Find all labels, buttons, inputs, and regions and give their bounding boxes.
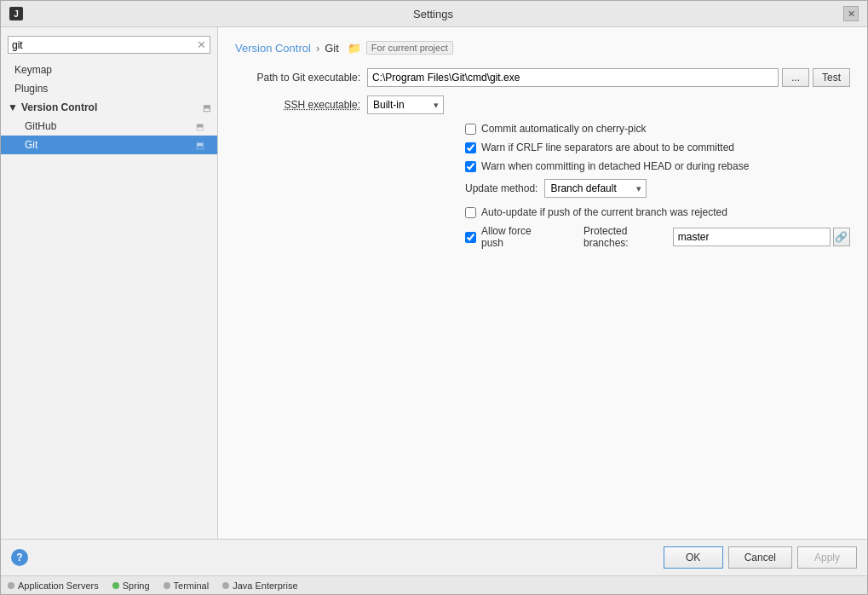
breadcrumb-git: Git <box>325 42 339 55</box>
app-servers-dot <box>8 582 14 589</box>
ok-button[interactable]: OK <box>664 546 723 569</box>
taskbar-app-servers[interactable]: Application Servers <box>8 581 99 591</box>
force-push-checkbox[interactable] <box>465 232 476 243</box>
force-push-label[interactable]: Allow force push <box>481 225 549 249</box>
ssh-select[interactable]: Built-in Native <box>367 95 444 114</box>
bottom-right: OK Cancel Apply <box>664 546 857 569</box>
java-enterprise-dot <box>222 582 229 589</box>
breadcrumb: Version Control › Git 📁 For current proj… <box>235 41 850 55</box>
protected-branches-btn[interactable]: 🔗 <box>833 228 850 246</box>
sidebar-item-github[interactable]: GitHub ⬒ <box>1 117 217 136</box>
breadcrumb-version-control[interactable]: Version Control <box>235 42 311 55</box>
detached-checkbox[interactable] <box>465 161 476 172</box>
update-method-select-wrapper[interactable]: Branch default Merge Rebase <box>544 179 647 198</box>
crlf-checkbox[interactable] <box>465 142 476 153</box>
path-row: Path to Git executable: ... Test <box>235 68 850 87</box>
path-input[interactable] <box>367 68 779 87</box>
content-area: ✕ Keymap Plugins ▼ Version Control ⬒ Git… <box>1 27 867 539</box>
settings-dialog: J Settings ✕ ✕ Keymap Plugins ▼ Version … <box>0 0 868 595</box>
sidebar-group-version-control[interactable]: ▼ Version Control ⬒ <box>1 98 217 117</box>
project-tag-icon: 📁 <box>348 42 361 55</box>
taskbar-java-enterprise[interactable]: Java Enterprise <box>222 581 297 591</box>
cherry-pick-label[interactable]: Commit automatically on cherry-pick <box>481 123 646 135</box>
ssh-select-wrapper[interactable]: Built-in Native <box>367 95 444 114</box>
sidebar-item-keymap[interactable]: Keymap <box>1 61 217 79</box>
terminal-dot <box>164 582 170 589</box>
copy-icon-github: ⬒ <box>196 122 204 131</box>
path-label: Path to Git executable: <box>235 72 367 84</box>
crlf-label[interactable]: Warn if CRLF line separators are about t… <box>481 142 734 153</box>
app-icon: J <box>9 7 23 20</box>
taskbar: Application Servers Spring Terminal Java… <box>1 575 867 594</box>
taskbar-spring[interactable]: Spring <box>112 581 150 591</box>
taskbar-terminal[interactable]: Terminal <box>164 581 210 591</box>
sidebar: ✕ Keymap Plugins ▼ Version Control ⬒ Git… <box>1 27 218 539</box>
apply-button[interactable]: Apply <box>797 546 857 569</box>
bottom-left: ? <box>11 549 28 566</box>
force-push-row: Allow force push Protected branches: 🔗 <box>235 225 850 249</box>
title-bar-left: J <box>9 7 23 20</box>
cherry-pick-row: Commit automatically on cherry-pick <box>235 123 850 135</box>
help-button[interactable]: ? <box>11 549 28 566</box>
update-method-row: Update method: Branch default Merge Reba… <box>465 179 850 198</box>
link-icon: 🔗 <box>835 231 848 243</box>
browse-button[interactable]: ... <box>782 68 809 87</box>
cherry-pick-checkbox[interactable] <box>465 124 476 135</box>
detached-label[interactable]: Warn when committing in detached HEAD or… <box>481 160 749 172</box>
main-panel: Version Control › Git 📁 For current proj… <box>218 27 867 539</box>
bottom-bar: ? OK Cancel Apply <box>1 539 867 575</box>
protected-section: Protected branches: 🔗 <box>583 225 850 249</box>
title-bar: J Settings ✕ <box>1 1 867 27</box>
ssh-row: SSH executable: Built-in Native <box>235 95 850 114</box>
spring-dot <box>112 582 119 589</box>
cancel-button[interactable]: Cancel <box>728 546 792 569</box>
auto-update-checkbox[interactable] <box>465 207 476 218</box>
protected-branches-label: Protected branches: <box>583 225 668 249</box>
close-button[interactable]: ✕ <box>843 6 859 21</box>
test-button[interactable]: Test <box>813 68 850 87</box>
search-box[interactable]: ✕ <box>8 36 210 54</box>
dialog-title: Settings <box>23 8 843 20</box>
copy-icon: ⬒ <box>203 103 210 113</box>
update-method-select[interactable]: Branch default Merge Rebase <box>544 179 647 198</box>
sidebar-item-git[interactable]: Git ⬒ <box>1 136 217 154</box>
force-push-left: Allow force push <box>465 225 549 249</box>
auto-update-row: Auto-update if push of the current branc… <box>235 206 850 218</box>
ssh-label: SSH executable: <box>235 99 367 111</box>
auto-update-label[interactable]: Auto-update if push of the current branc… <box>481 206 727 218</box>
copy-icon-git: ⬒ <box>196 141 204 150</box>
update-method-label: Update method: <box>465 182 537 194</box>
expand-icon: ▼ <box>8 101 18 113</box>
breadcrumb-separator: › <box>316 42 319 55</box>
search-input[interactable] <box>12 39 197 51</box>
search-clear-icon[interactable]: ✕ <box>197 38 206 51</box>
protected-branches-input[interactable] <box>673 228 831 246</box>
crlf-row: Warn if CRLF line separators are about t… <box>235 142 850 153</box>
project-tag: For current project <box>366 41 453 55</box>
detached-row: Warn when committing in detached HEAD or… <box>235 160 850 172</box>
sidebar-item-plugins[interactable]: Plugins <box>1 79 217 98</box>
